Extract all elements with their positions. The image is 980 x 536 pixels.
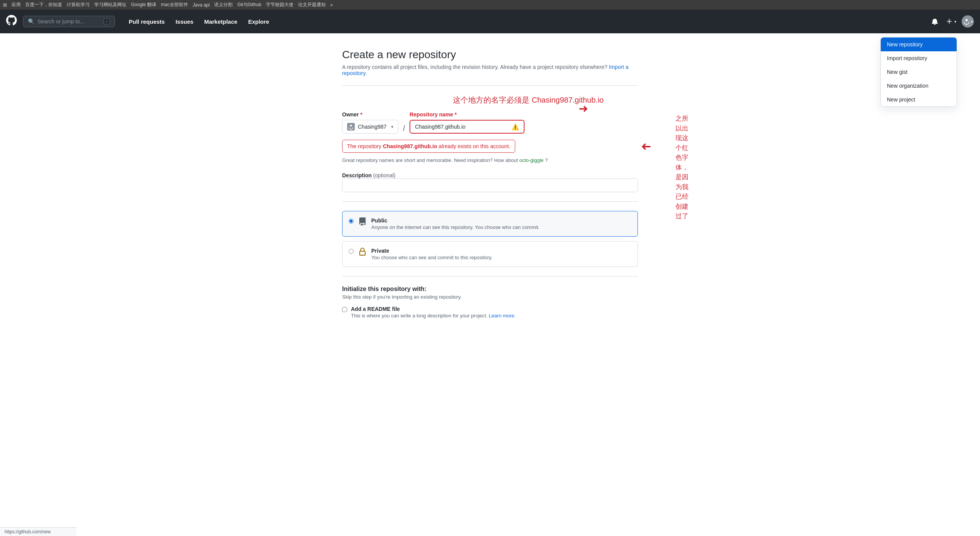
private-option[interactable]: Private You choose who can see and commi… (342, 241, 638, 267)
content-area: Create a new repository A repository con… (333, 33, 647, 346)
path-separator: / (402, 124, 407, 133)
public-radio[interactable] (349, 219, 354, 224)
more-bookmarks[interactable]: » (330, 2, 333, 8)
search-box[interactable]: 🔍 Search or jump to... / (23, 16, 115, 27)
repo-name-input-wrapper: ⚠️ (410, 120, 524, 134)
owner-avatar (347, 123, 355, 131)
warning-icon: ⚠️ (511, 123, 519, 131)
owner-required: * (360, 111, 362, 118)
bookmark-item[interactable]: Git与Github (237, 2, 261, 8)
plus-caret: ▾ (954, 20, 956, 24)
main-nav: Pull requests Issues Marketplace Explore (124, 15, 274, 28)
readme-text: Add a README file This is where you can … (351, 306, 516, 319)
private-radio[interactable] (349, 249, 354, 254)
dropdown-new-gist[interactable]: New gist (881, 65, 957, 79)
plus-dropdown-menu: New repository Import repository New gis… (880, 37, 957, 107)
divider-2 (342, 201, 638, 202)
private-text: Private You choose who can see and commi… (371, 248, 493, 260)
readme-checkbox[interactable] (342, 307, 347, 312)
notification-button[interactable] (929, 16, 941, 27)
repo-name-group: Repository name * ⚠️ (410, 111, 524, 134)
owner-name: Chasing987 (358, 124, 387, 130)
nav-marketplace[interactable]: Marketplace (200, 15, 242, 28)
readme-row: Add a README file This is where you can … (342, 306, 638, 319)
owner-select[interactable]: Chasing987 ▾ (342, 120, 398, 134)
bookmark-item[interactable]: 学习网站及网址 (94, 2, 126, 8)
subtitle-text: A repository contains all project files,… (342, 64, 607, 70)
page-wrapper: Create a new repository A repository con… (0, 33, 980, 536)
bookmark-item[interactable]: 论文开题通知 (298, 2, 326, 8)
repo-required: * (455, 111, 457, 118)
dropdown-new-organization[interactable]: New organization (881, 79, 957, 93)
arrow-to-error: ➜ (641, 139, 651, 154)
status-bar: https://github.com/new (0, 527, 77, 536)
learn-more-link[interactable]: Learn more. (489, 313, 516, 319)
search-placeholder: Search or jump to... (38, 18, 84, 25)
error-box: The repository Chasing987.github.io alre… (342, 140, 515, 153)
apps-grid-icon: ⊞ (3, 2, 7, 8)
status-url: https://github.com/new (5, 529, 51, 534)
chinese-annotation-1: 这个地方的名字必须是 Chasing987.github.io (419, 95, 638, 105)
description-input[interactable] (342, 178, 638, 192)
description-section: Description (optional) (342, 172, 638, 192)
bookmark-item[interactable]: 语义分割 (214, 2, 233, 8)
nav-pull-requests[interactable]: Pull requests (124, 15, 169, 28)
bookmark-item[interactable]: Java api (193, 2, 210, 8)
bookmark-item[interactable]: Google 翻译 (131, 2, 156, 8)
initialize-section: Initialize this repository with: Skip th… (342, 286, 638, 319)
bookmark-item[interactable]: mac全部软件 (161, 2, 188, 8)
public-desc: Anyone on the internet can see this repo… (371, 224, 539, 230)
readme-label: Add a README file (351, 306, 516, 312)
hint-suggestion: octo-giggle (519, 157, 544, 163)
public-icon (358, 217, 367, 228)
owner-repo-row: Owner * Chasing987 ▾ / Repository name (342, 111, 638, 134)
init-title: Initialize this repository with: (342, 286, 638, 293)
public-option[interactable]: Public Anyone on the internet can see th… (342, 211, 638, 237)
hint-end: ? (545, 157, 548, 163)
public-label: Public (371, 217, 539, 224)
repo-name-field[interactable] (415, 124, 510, 130)
nav-explore[interactable]: Explore (244, 15, 274, 28)
chinese-annotation-2: 之所以出现这个红色字体， 是因为我已经创建过了 (675, 114, 688, 221)
bookmarks-bar: ⊞ 应用 百度一下，你知道 计算机学习 学习网站及网址 Google 翻译 ma… (0, 0, 980, 10)
search-icon: 🔍 (28, 18, 34, 25)
owner-group: Owner * Chasing987 ▾ (342, 111, 398, 134)
public-text: Public Anyone on the internet can see th… (371, 217, 539, 230)
bookmark-item[interactable]: 应用 (11, 2, 21, 8)
bookmark-item[interactable]: 字节校园大使 (266, 2, 293, 8)
owner-label: Owner * (342, 111, 398, 118)
divider-1 (342, 85, 638, 86)
owner-caret: ▾ (391, 124, 393, 129)
divider-3 (342, 276, 638, 276)
avatar-caret: ▾ (971, 20, 973, 24)
repo-label: Repository name * (410, 111, 524, 118)
dropdown-new-repository[interactable]: New repository (881, 38, 957, 51)
dropdown-new-project[interactable]: New project (881, 93, 957, 106)
page-subtitle: A repository contains all project files,… (342, 64, 638, 76)
github-logo[interactable] (6, 15, 17, 28)
user-avatar-button[interactable]: ▾ (962, 15, 974, 28)
dropdown-import-repository[interactable]: Import repository (881, 51, 957, 65)
arrow-annotation-1: ➜ (578, 103, 588, 116)
hint-text: Great repository names are short and mem… (342, 157, 638, 163)
bookmark-item[interactable]: 计算机学习 (67, 2, 90, 8)
page-title: Create a new repository (342, 49, 638, 61)
bookmark-item[interactable]: 百度一下，你知道 (25, 2, 62, 8)
description-label: Description (optional) (342, 172, 395, 178)
private-desc: You choose who can see and commit to thi… (371, 255, 493, 260)
error-section: The repository Chasing987.github.io alre… (342, 137, 638, 153)
private-icon (358, 248, 367, 258)
readme-desc: This is where you can write a long descr… (351, 313, 516, 319)
header-actions: ▾ ▾ (929, 15, 974, 28)
init-subtitle: Skip this step if you're importing an ex… (342, 294, 638, 300)
error-repo-name: Chasing987.github.io (383, 143, 437, 149)
search-kbd: / (103, 18, 110, 25)
nav-issues[interactable]: Issues (171, 15, 198, 28)
plus-button[interactable]: ▾ (944, 16, 959, 27)
hint-start: Great repository names are short and mem… (342, 157, 519, 163)
header: 🔍 Search or jump to... / Pull requests I… (0, 10, 980, 33)
private-label: Private (371, 248, 493, 254)
description-optional: (optional) (373, 172, 395, 178)
